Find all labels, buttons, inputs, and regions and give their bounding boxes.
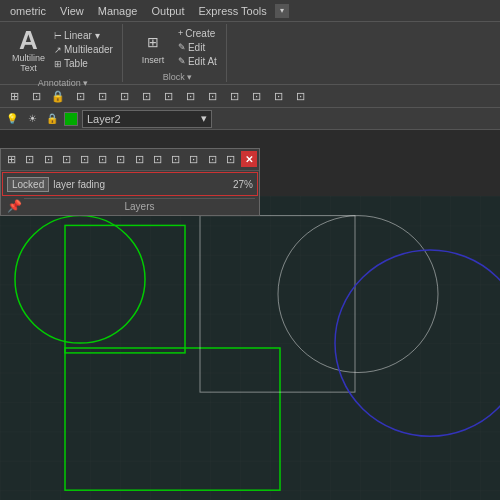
menu-ometric[interactable]: ometric bbox=[4, 3, 52, 19]
layers-panel-footer-label: Layers bbox=[24, 198, 255, 214]
layers-btn-11[interactable]: ⊡ bbox=[185, 151, 202, 169]
multileader-label: Multileader bbox=[64, 44, 113, 55]
layers-btn-8[interactable]: ⊡ bbox=[131, 151, 148, 169]
toolbar-btn-lock[interactable]: 🔒 bbox=[48, 87, 68, 105]
insert-button[interactable]: ⊞ Insert bbox=[135, 26, 171, 68]
toolbar-btn-13[interactable]: ⊡ bbox=[290, 87, 310, 105]
toolbar-btn-1[interactable]: ⊞ bbox=[4, 87, 24, 105]
linear-label: Linear ▾ bbox=[64, 30, 100, 41]
menu-expand-arrow[interactable]: ▾ bbox=[275, 4, 289, 18]
block-group-content: ⊞ Insert + Create ✎ Edit ✎ Edit At bbox=[135, 24, 220, 70]
toolbar-btn-6[interactable]: ⊡ bbox=[136, 87, 156, 105]
insert-icon: ⊞ bbox=[137, 28, 169, 56]
toolbar-btn-2[interactable]: ⊡ bbox=[26, 87, 46, 105]
menu-bar: ometric View Manage Output Express Tools… bbox=[0, 0, 500, 22]
toolbar-btn-7[interactable]: ⊡ bbox=[158, 87, 178, 105]
create-label: Create bbox=[185, 28, 215, 39]
toolbar-btn-4[interactable]: ⊡ bbox=[92, 87, 112, 105]
layers-btn-2[interactable]: ⊡ bbox=[21, 151, 38, 169]
edit-label: Edit bbox=[188, 42, 205, 53]
layers-btn-13[interactable]: ⊡ bbox=[222, 151, 239, 169]
edit-at-label: Edit At bbox=[188, 56, 217, 67]
insert-label: Insert bbox=[142, 56, 165, 66]
table-button[interactable]: ⊞ Table bbox=[51, 57, 116, 70]
edit-at-icon: ✎ bbox=[178, 56, 186, 66]
layers-panel: ⊞ ⊡ ⊡ ⊡ ⊡ ⊡ ⊡ ⊡ ⊡ ⊡ ⊡ ⊡ ⊡ ⊡ ✕ Locked lay… bbox=[0, 148, 260, 216]
layers-btn-3[interactable]: ⊡ bbox=[39, 151, 56, 169]
layers-btn-1[interactable]: ⊞ bbox=[3, 151, 20, 169]
fading-value: 27% bbox=[225, 179, 253, 190]
multiline-text-icon: A bbox=[13, 26, 45, 54]
edit-button[interactable]: ✎ Edit bbox=[175, 41, 220, 54]
multileader-button[interactable]: ↗ Multileader bbox=[51, 43, 116, 56]
toolbar-btn-9[interactable]: ⊡ bbox=[202, 87, 222, 105]
edit-at-button[interactable]: ✎ Edit At bbox=[175, 55, 220, 68]
toolbar-btn-8[interactable]: ⊡ bbox=[180, 87, 200, 105]
layers-btn-5[interactable]: ⊡ bbox=[76, 151, 93, 169]
toolbar-btn-5[interactable]: ⊡ bbox=[114, 87, 134, 105]
edit-icon: ✎ bbox=[178, 42, 186, 52]
main-toolbar: ⊞ ⊡ 🔒 ⊡ ⊡ ⊡ ⊡ ⊡ ⊡ ⊡ ⊡ ⊡ ⊡ ⊡ bbox=[0, 84, 500, 108]
layers-btn-12[interactable]: ⊡ bbox=[203, 151, 220, 169]
menu-output[interactable]: Output bbox=[145, 3, 190, 19]
layer-sun-icon[interactable]: ☀ bbox=[24, 111, 40, 127]
menu-view[interactable]: View bbox=[54, 3, 90, 19]
toolbar-btn-3[interactable]: ⊡ bbox=[70, 87, 90, 105]
table-label: Table bbox=[64, 58, 88, 69]
toolbar-btn-12[interactable]: ⊡ bbox=[268, 87, 288, 105]
layers-btn-4[interactable]: ⊡ bbox=[58, 151, 75, 169]
multiline-text-label: MultilineText bbox=[12, 54, 45, 74]
fading-label: layer fading bbox=[53, 179, 225, 190]
layer-bulb-icon[interactable]: 💡 bbox=[4, 111, 20, 127]
block-label: Block ▾ bbox=[163, 72, 193, 82]
toolbar-btn-11[interactable]: ⊡ bbox=[246, 87, 266, 105]
layers-btn-7[interactable]: ⊡ bbox=[112, 151, 129, 169]
block-col: + Create ✎ Edit ✎ Edit At bbox=[175, 27, 220, 68]
layer-name-text: Layer2 bbox=[87, 113, 121, 125]
layer-color-swatch[interactable] bbox=[64, 112, 78, 126]
layer-row: 💡 ☀ 🔒 Layer2 ▾ bbox=[0, 108, 500, 130]
canvas-area[interactable] bbox=[0, 196, 500, 500]
layers-btn-10[interactable]: ⊡ bbox=[167, 151, 184, 169]
layers-panel-close-button[interactable]: ✕ bbox=[241, 151, 257, 167]
layers-btn-9[interactable]: ⊡ bbox=[149, 151, 166, 169]
menu-expresstools[interactable]: Express Tools bbox=[193, 3, 273, 19]
layer-name-dropdown[interactable]: Layer2 ▾ bbox=[82, 110, 212, 128]
locked-badge[interactable]: Locked bbox=[7, 177, 49, 192]
toolbar-btn-10[interactable]: ⊡ bbox=[224, 87, 244, 105]
create-icon: + bbox=[178, 28, 183, 38]
multileader-icon: ↗ bbox=[54, 45, 62, 55]
layers-panel-toolbar: ⊞ ⊡ ⊡ ⊡ ⊡ ⊡ ⊡ ⊡ ⊡ ⊡ ⊡ ⊡ ⊡ ⊡ ✕ bbox=[1, 149, 259, 171]
annotation-col: ⊢ Linear ▾ ↗ Multileader ⊞ Table bbox=[51, 29, 116, 70]
ribbon-group-annotation: A MultilineText ⊢ Linear ▾ ↗ Multileader… bbox=[4, 24, 123, 82]
pin-icon[interactable]: 📌 bbox=[5, 197, 24, 215]
layer-fading-row: Locked layer fading 27% bbox=[2, 172, 258, 196]
linear-icon: ⊢ bbox=[54, 31, 62, 41]
drawing-canvas[interactable] bbox=[0, 196, 500, 500]
linear-button[interactable]: ⊢ Linear ▾ bbox=[51, 29, 116, 42]
layer-dropdown-arrow: ▾ bbox=[201, 112, 207, 125]
layer-lock-icon[interactable]: 🔒 bbox=[44, 111, 60, 127]
table-icon: ⊞ bbox=[54, 59, 62, 69]
ribbon-group-block: ⊞ Insert + Create ✎ Edit ✎ Edit At Block bbox=[129, 24, 227, 82]
annotation-group-content: A MultilineText ⊢ Linear ▾ ↗ Multileader… bbox=[10, 24, 116, 76]
layers-btn-6[interactable]: ⊡ bbox=[94, 151, 111, 169]
ribbon-content: A MultilineText ⊢ Linear ▾ ↗ Multileader… bbox=[0, 22, 500, 84]
multiline-text-button[interactable]: A MultilineText bbox=[10, 24, 47, 76]
create-button[interactable]: + Create bbox=[175, 27, 220, 40]
menu-manage[interactable]: Manage bbox=[92, 3, 144, 19]
